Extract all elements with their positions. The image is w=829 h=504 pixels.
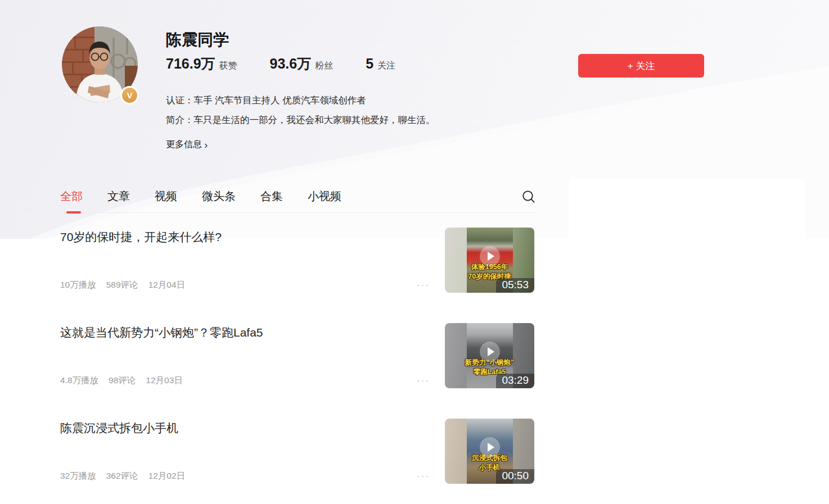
tab-videos[interactable]: 视频 <box>155 185 177 204</box>
profile-name: 陈震同学 <box>166 29 229 51</box>
follow-button[interactable]: + 关注 <box>578 54 704 78</box>
video-thumbnail[interactable]: 体验1956年70岁的保时捷 05:53 <box>445 228 534 293</box>
video-meta: 4.8万播放 98评论 12月03日 <box>60 375 183 387</box>
video-thumbnail[interactable]: 沉浸式拆包小手机 00:50 <box>445 419 534 484</box>
verification-line: 认证：车手 汽车节目主持人 优质汽车领域创作者 <box>166 94 366 107</box>
comment-count: 589评论 <box>106 279 138 291</box>
play-icon <box>479 437 501 458</box>
play-icon <box>479 341 501 362</box>
stat-followers: 93.6万 粉丝 <box>270 55 334 73</box>
intro-line: 简介：车只是生活的一部分，我还会和大家聊其他爱好，聊生活。 <box>166 114 435 126</box>
intro-label: 简介： <box>166 115 194 125</box>
tab-articles[interactable]: 文章 <box>107 185 130 204</box>
more-options-icon[interactable]: ··· <box>417 471 430 481</box>
publish-date: 12月03日 <box>146 375 182 387</box>
view-count: 32万播放 <box>60 470 96 482</box>
search-icon[interactable] <box>521 189 536 204</box>
following-count: 5 <box>366 56 373 72</box>
video-title[interactable]: 这就是当代新势力“小钢炮”？零跑Lafa5 <box>60 325 263 340</box>
video-meta: 10万播放 589评论 12月04日 <box>60 279 185 291</box>
chevron-right-icon: › <box>204 139 208 150</box>
more-options-icon[interactable]: ··· <box>417 376 430 385</box>
profile-stats: 716.9万 获赞 93.6万 粉丝 5 关注 <box>166 55 395 73</box>
view-count: 4.8万播放 <box>60 375 98 387</box>
intro-text: 车只是生活的一部分，我还会和大家聊其他爱好，聊生活。 <box>194 115 435 125</box>
profile-avatar[interactable]: V <box>62 26 138 102</box>
followers-label: 粉丝 <box>315 60 333 72</box>
stat-likes: 716.9万 获赞 <box>166 55 237 73</box>
feed-item: 70岁的保时捷，开起来什么样? 10万播放 589评论 12月04日 ··· 体… <box>60 218 534 314</box>
active-tab-underline <box>66 211 81 214</box>
video-title[interactable]: 陈震沉浸式拆包小手机 <box>60 420 178 436</box>
followers-count: 93.6万 <box>270 55 312 73</box>
feed-item: 这就是当代新势力“小钢炮”？零跑Lafa5 4.8万播放 98评论 12月03日… <box>60 314 534 409</box>
tab-collections[interactable]: 合集 <box>260 185 283 204</box>
video-duration-badge: 05:53 <box>496 278 534 293</box>
feed-list: 70岁的保时捷，开起来什么样? 10万播放 589评论 12月04日 ··· 体… <box>60 218 534 504</box>
feed-item: 陈震沉浸式拆包小手机 32万播放 362评论 12月02日 ··· 沉浸式拆包小… <box>60 409 534 504</box>
more-options-icon[interactable]: ··· <box>417 280 430 290</box>
video-duration-badge: 00:50 <box>496 469 534 484</box>
comment-count: 98评论 <box>109 375 136 387</box>
tab-microposts[interactable]: 微头条 <box>202 185 236 204</box>
comment-count: 362评论 <box>106 470 138 482</box>
verification-label: 认证： <box>166 95 194 105</box>
tab-all[interactable]: 全部 <box>60 185 83 204</box>
verified-badge-icon: V <box>120 86 139 105</box>
following-label: 关注 <box>377 60 395 72</box>
content-tabbar: 全部 文章 视频 微头条 合集 小视频 <box>60 185 536 213</box>
view-count: 10万播放 <box>60 279 96 291</box>
more-info-label: 更多信息 <box>166 139 202 151</box>
publish-date: 12月04日 <box>148 279 185 291</box>
tab-shortvideos[interactable]: 小视频 <box>308 185 341 204</box>
play-icon <box>479 246 501 267</box>
creator-profile-page: V 陈震同学 716.9万 获赞 93.6万 粉丝 5 关注 + 关注 认证：车… <box>0 0 829 504</box>
right-sidebar-card <box>569 179 805 324</box>
more-info-link[interactable]: 更多信息 › <box>166 139 208 151</box>
video-meta: 32万播放 362评论 12月02日 <box>60 470 185 482</box>
video-duration-badge: 03:29 <box>496 374 534 388</box>
verification-text: 车手 汽车节目主持人 优质汽车领域创作者 <box>194 95 366 105</box>
stat-following: 5 关注 <box>366 56 395 72</box>
likes-label: 获赞 <box>219 60 237 72</box>
likes-count: 716.9万 <box>166 55 215 73</box>
video-title[interactable]: 70岁的保时捷，开起来什么样? <box>60 229 222 245</box>
video-thumbnail[interactable]: 新势力“小钢炮”零跑Lafa5 03:29 <box>445 323 534 388</box>
publish-date: 12月02日 <box>148 470 185 482</box>
